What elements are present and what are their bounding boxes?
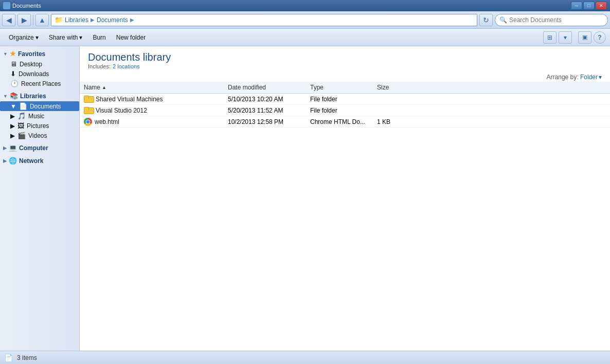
file-date-cell: 5/20/2013 11:52 AM	[224, 105, 306, 116]
arrange-by-value-text: Folder	[580, 74, 598, 81]
content-area: Documents library Includes: 2 locations …	[80, 46, 610, 351]
file-name-text: web.html	[95, 118, 119, 125]
locations-link[interactable]: 2 locations	[113, 63, 140, 69]
organize-button[interactable]: Organize ▾	[4, 31, 43, 44]
sort-icon: ▲	[102, 85, 106, 90]
sidebar-item-desktop[interactable]: 🖥 Desktop	[0, 59, 79, 69]
back-button[interactable]: ◀	[2, 14, 15, 26]
toolbar-right: ⊞ ▾ ▣ ?	[543, 31, 606, 44]
videos-icon: 🎬	[17, 132, 26, 139]
sidebar-group-favorites[interactable]: ▼ ★ Favorites	[0, 48, 79, 59]
favorites-expand-icon: ▼	[3, 51, 8, 57]
computer-label: Computer	[19, 144, 48, 152]
path-libraries[interactable]: Libraries	[65, 16, 88, 24]
sidebar: ▼ ★ Favorites 🖥 Desktop ⬇ Downloads 🕐 Re…	[0, 46, 80, 351]
share-with-button[interactable]: Share with ▾	[44, 31, 87, 44]
file-type-cell: File folder	[306, 94, 373, 105]
col-size-text: Size	[377, 84, 389, 91]
favorites-star-icon: ★	[10, 50, 16, 58]
pictures-icon: 🖼	[17, 122, 24, 130]
col-header-name[interactable]: Name ▲	[80, 82, 224, 93]
up-button[interactable]: ▲	[35, 14, 49, 26]
sidebar-section-favorites: ▼ ★ Favorites 🖥 Desktop ⬇ Downloads 🕐 Re…	[0, 48, 79, 88]
close-button[interactable]: ✕	[596, 2, 607, 10]
help-button[interactable]: ?	[594, 31, 606, 44]
address-path[interactable]: 📁 Libraries ▶ Documents ▶	[51, 14, 477, 26]
search-input[interactable]	[509, 16, 603, 24]
search-box[interactable]: 🔍	[495, 14, 608, 26]
pictures-label: Pictures	[27, 122, 49, 130]
share-with-label: Share with	[49, 34, 78, 41]
col-header-size[interactable]: Size	[373, 82, 414, 93]
burn-label: Burn	[93, 34, 105, 41]
path-documents[interactable]: Documents	[97, 16, 128, 24]
change-view-button[interactable]: ⊞	[543, 31, 557, 44]
sidebar-section-libraries: ▼ 📚 Libraries ▼ 📄 Documents ▶ 🎵 Music ▶ …	[0, 90, 79, 140]
favorites-label: Favorites	[18, 50, 45, 58]
file-name-cell: Visual Studio 2012	[80, 105, 224, 116]
network-icon: 🌐	[9, 157, 17, 165]
refresh-button[interactable]: ↻	[479, 14, 493, 26]
sidebar-item-documents[interactable]: ▼ 📄 Documents	[0, 101, 79, 111]
library-title: Documents library	[88, 51, 602, 63]
folder-icon: 📁	[55, 16, 63, 24]
sidebar-item-music[interactable]: ▶ 🎵 Music	[0, 111, 79, 121]
documents-icon: 📄	[19, 102, 27, 110]
sidebar-group-computer[interactable]: ▶ 💻 Computer	[0, 142, 79, 153]
burn-button[interactable]: Burn	[88, 31, 110, 44]
sidebar-group-network[interactable]: ▶ 🌐 Network	[0, 155, 79, 166]
table-row[interactable]: Shared Virtual Machines 5/10/2013 10:20 …	[80, 94, 610, 105]
file-name-cell: web.html	[80, 116, 224, 128]
file-name-text: Shared Virtual Machines	[96, 96, 163, 103]
sidebar-item-downloads[interactable]: ⬇ Downloads	[0, 69, 79, 79]
arrange-by-value[interactable]: Folder ▾	[580, 74, 602, 81]
organize-dropdown-icon: ▾	[35, 34, 39, 41]
arrange-bar: Arrange by: Folder ▾	[80, 72, 610, 82]
sidebar-section-computer: ▶ 💻 Computer	[0, 142, 79, 153]
sidebar-item-recent-places[interactable]: 🕐 Recent Places	[0, 79, 79, 88]
music-label: Music	[28, 113, 44, 120]
file-list: Name ▲ Date modified Type Size Shared Vi…	[80, 82, 610, 128]
minimize-button[interactable]: ─	[571, 2, 582, 10]
view-dropdown-button[interactable]: ▾	[559, 31, 572, 44]
pictures-expand-icon: ▶	[10, 122, 15, 130]
file-rows-container: Shared Virtual Machines 5/10/2013 10:20 …	[80, 94, 610, 128]
videos-label: Videos	[28, 132, 47, 139]
libraries-expand-icon: ▼	[3, 94, 8, 99]
view-icon: ⊞	[547, 34, 552, 41]
search-icon: 🔍	[499, 16, 507, 24]
refresh-icon: ↻	[483, 16, 489, 24]
music-icon: 🎵	[17, 112, 26, 120]
sidebar-item-videos[interactable]: ▶ 🎬 Videos	[0, 131, 79, 140]
libraries-icon: 📚	[10, 92, 18, 100]
sidebar-group-libraries[interactable]: ▼ 📚 Libraries	[0, 90, 79, 101]
preview-pane-button[interactable]: ▣	[578, 31, 591, 44]
col-header-type[interactable]: Type	[306, 82, 373, 93]
forward-button[interactable]: ▶	[17, 14, 31, 26]
table-row[interactable]: Visual Studio 2012 5/20/2013 11:52 AM Fi…	[80, 105, 610, 116]
sidebar-item-pictures[interactable]: ▶ 🖼 Pictures	[0, 121, 79, 131]
computer-icon: 💻	[9, 144, 17, 152]
file-type-cell: File folder	[306, 105, 373, 116]
downloads-label: Downloads	[19, 70, 49, 78]
file-name-text: Visual Studio 2012	[96, 107, 147, 114]
back-icon: ◀	[6, 16, 12, 24]
col-header-date[interactable]: Date modified	[224, 82, 306, 93]
arrange-by-dropdown-icon: ▾	[599, 74, 602, 81]
folder-icon	[84, 96, 93, 103]
new-folder-button[interactable]: New folder	[112, 31, 150, 44]
nav-divider	[33, 15, 33, 25]
libraries-label: Libraries	[20, 93, 46, 100]
main-layout: ▼ ★ Favorites 🖥 Desktop ⬇ Downloads 🕐 Re…	[0, 46, 610, 351]
maximize-button[interactable]: □	[583, 2, 595, 10]
status-file-icon: 📄	[4, 354, 13, 362]
recent-places-icon: 🕐	[10, 80, 19, 87]
file-date-cell: 5/10/2013 10:20 AM	[224, 94, 306, 105]
desktop-icon: 🖥	[10, 60, 17, 68]
documents-label: Documents	[30, 103, 61, 110]
downloads-icon: ⬇	[10, 70, 16, 78]
file-size-cell	[373, 97, 414, 101]
table-row[interactable]: web.html 10/2/2013 12:58 PM Chrome HTML …	[80, 116, 610, 128]
file-size-cell: 1 KB	[373, 116, 414, 128]
file-size-cell	[373, 108, 414, 113]
